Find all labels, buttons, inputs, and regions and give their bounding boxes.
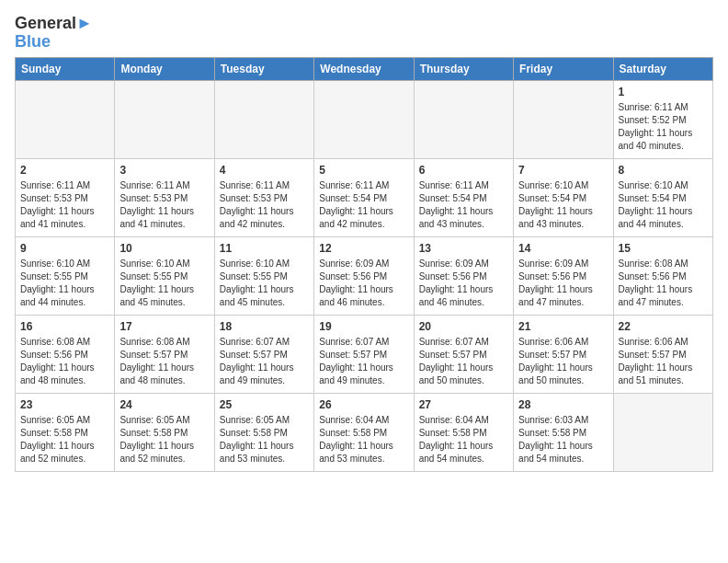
calendar-cell: 3Sunrise: 6:11 AM Sunset: 5:53 PM Daylig… bbox=[115, 158, 214, 236]
calendar-header-row: SundayMondayTuesdayWednesdayThursdayFrid… bbox=[16, 57, 713, 80]
day-info: Sunrise: 6:10 AM Sunset: 5:55 PM Dayligh… bbox=[20, 258, 109, 309]
day-info: Sunrise: 6:03 AM Sunset: 5:58 PM Dayligh… bbox=[518, 414, 608, 465]
day-number: 19 bbox=[319, 319, 408, 334]
day-number: 23 bbox=[20, 397, 109, 412]
calendar-cell: 7Sunrise: 6:10 AM Sunset: 5:54 PM Daylig… bbox=[514, 158, 613, 236]
day-number: 4 bbox=[220, 163, 309, 178]
day-info: Sunrise: 6:11 AM Sunset: 5:53 PM Dayligh… bbox=[220, 179, 309, 231]
day-number: 7 bbox=[518, 163, 608, 178]
day-number: 27 bbox=[419, 397, 508, 412]
calendar-cell: 12Sunrise: 6:09 AM Sunset: 5:56 PM Dayli… bbox=[314, 236, 414, 315]
weekday-header-thursday: Thursday bbox=[414, 57, 513, 80]
day-info: Sunrise: 6:05 AM Sunset: 5:58 PM Dayligh… bbox=[20, 414, 109, 465]
calendar-cell bbox=[314, 80, 414, 158]
weekday-header-tuesday: Tuesday bbox=[214, 57, 313, 80]
day-number: 9 bbox=[20, 241, 109, 256]
day-number: 13 bbox=[419, 241, 508, 256]
day-info: Sunrise: 6:10 AM Sunset: 5:54 PM Dayligh… bbox=[619, 179, 708, 231]
day-info: Sunrise: 6:07 AM Sunset: 5:57 PM Dayligh… bbox=[319, 336, 408, 387]
calendar-cell: 17Sunrise: 6:08 AM Sunset: 5:57 PM Dayli… bbox=[115, 315, 214, 393]
day-number: 5 bbox=[319, 163, 408, 178]
day-info: Sunrise: 6:07 AM Sunset: 5:57 PM Dayligh… bbox=[220, 336, 309, 387]
calendar-cell bbox=[16, 80, 115, 158]
calendar-cell: 6Sunrise: 6:11 AM Sunset: 5:54 PM Daylig… bbox=[414, 158, 513, 236]
calendar-body: 1Sunrise: 6:11 AM Sunset: 5:52 PM Daylig… bbox=[16, 80, 713, 471]
calendar-cell: 18Sunrise: 6:07 AM Sunset: 5:57 PM Dayli… bbox=[214, 315, 313, 393]
day-number: 24 bbox=[119, 397, 209, 412]
day-number: 20 bbox=[419, 319, 508, 334]
weekday-header-friday: Friday bbox=[514, 57, 613, 80]
day-number: 12 bbox=[319, 241, 408, 256]
weekday-header-sunday: Sunday bbox=[16, 57, 115, 80]
day-number: 8 bbox=[619, 163, 708, 178]
calendar-cell: 19Sunrise: 6:07 AM Sunset: 5:57 PM Dayli… bbox=[314, 315, 414, 393]
day-info: Sunrise: 6:11 AM Sunset: 5:53 PM Dayligh… bbox=[20, 179, 109, 231]
calendar-week-3: 16Sunrise: 6:08 AM Sunset: 5:56 PM Dayli… bbox=[16, 315, 713, 393]
day-info: Sunrise: 6:10 AM Sunset: 5:54 PM Dayligh… bbox=[518, 179, 608, 231]
day-info: Sunrise: 6:04 AM Sunset: 5:58 PM Dayligh… bbox=[319, 414, 408, 465]
calendar-cell: 22Sunrise: 6:06 AM Sunset: 5:57 PM Dayli… bbox=[613, 315, 712, 393]
calendar-cell: 13Sunrise: 6:09 AM Sunset: 5:56 PM Dayli… bbox=[414, 236, 513, 315]
calendar-cell: 8Sunrise: 6:10 AM Sunset: 5:54 PM Daylig… bbox=[613, 158, 712, 236]
calendar-cell: 15Sunrise: 6:08 AM Sunset: 5:56 PM Dayli… bbox=[613, 236, 712, 315]
calendar-week-0: 1Sunrise: 6:11 AM Sunset: 5:52 PM Daylig… bbox=[16, 80, 713, 158]
day-info: Sunrise: 6:11 AM Sunset: 5:53 PM Dayligh… bbox=[119, 179, 209, 231]
header: General►Blue bbox=[15, 15, 713, 52]
day-info: Sunrise: 6:11 AM Sunset: 5:54 PM Dayligh… bbox=[319, 179, 408, 231]
day-info: Sunrise: 6:08 AM Sunset: 5:56 PM Dayligh… bbox=[619, 258, 708, 309]
weekday-header-wednesday: Wednesday bbox=[314, 57, 414, 80]
logo-text: General►Blue bbox=[15, 15, 93, 52]
day-info: Sunrise: 6:10 AM Sunset: 5:55 PM Dayligh… bbox=[119, 258, 209, 309]
calendar-week-1: 2Sunrise: 6:11 AM Sunset: 5:53 PM Daylig… bbox=[16, 158, 713, 236]
calendar-cell: 4Sunrise: 6:11 AM Sunset: 5:53 PM Daylig… bbox=[214, 158, 313, 236]
calendar-cell bbox=[115, 80, 214, 158]
calendar-cell: 28Sunrise: 6:03 AM Sunset: 5:58 PM Dayli… bbox=[514, 393, 613, 471]
calendar-cell bbox=[214, 80, 313, 158]
calendar-cell: 10Sunrise: 6:10 AM Sunset: 5:55 PM Dayli… bbox=[115, 236, 214, 315]
day-number: 22 bbox=[619, 319, 708, 334]
calendar-week-4: 23Sunrise: 6:05 AM Sunset: 5:58 PM Dayli… bbox=[16, 393, 713, 471]
day-info: Sunrise: 6:11 AM Sunset: 5:52 PM Dayligh… bbox=[619, 101, 708, 153]
day-number: 18 bbox=[220, 319, 309, 334]
day-info: Sunrise: 6:10 AM Sunset: 5:55 PM Dayligh… bbox=[220, 258, 309, 309]
calendar-cell: 26Sunrise: 6:04 AM Sunset: 5:58 PM Dayli… bbox=[314, 393, 414, 471]
day-info: Sunrise: 6:05 AM Sunset: 5:58 PM Dayligh… bbox=[119, 414, 209, 465]
calendar-week-2: 9Sunrise: 6:10 AM Sunset: 5:55 PM Daylig… bbox=[16, 236, 713, 315]
day-info: Sunrise: 6:05 AM Sunset: 5:58 PM Dayligh… bbox=[220, 414, 309, 465]
day-info: Sunrise: 6:06 AM Sunset: 5:57 PM Dayligh… bbox=[518, 336, 608, 387]
calendar-cell: 9Sunrise: 6:10 AM Sunset: 5:55 PM Daylig… bbox=[16, 236, 115, 315]
weekday-header-saturday: Saturday bbox=[613, 57, 712, 80]
day-info: Sunrise: 6:09 AM Sunset: 5:56 PM Dayligh… bbox=[518, 258, 608, 309]
day-info: Sunrise: 6:04 AM Sunset: 5:58 PM Dayligh… bbox=[419, 414, 508, 465]
day-info: Sunrise: 6:08 AM Sunset: 5:56 PM Dayligh… bbox=[20, 336, 109, 387]
day-number: 15 bbox=[619, 241, 708, 256]
day-info: Sunrise: 6:06 AM Sunset: 5:57 PM Dayligh… bbox=[619, 336, 708, 387]
calendar-cell: 20Sunrise: 6:07 AM Sunset: 5:57 PM Dayli… bbox=[414, 315, 513, 393]
calendar-cell: 25Sunrise: 6:05 AM Sunset: 5:58 PM Dayli… bbox=[214, 393, 313, 471]
day-info: Sunrise: 6:09 AM Sunset: 5:56 PM Dayligh… bbox=[319, 258, 408, 309]
day-number: 14 bbox=[518, 241, 608, 256]
day-number: 10 bbox=[119, 241, 209, 256]
calendar-cell: 27Sunrise: 6:04 AM Sunset: 5:58 PM Dayli… bbox=[414, 393, 513, 471]
day-number: 6 bbox=[419, 163, 508, 178]
logo: General►Blue bbox=[15, 15, 93, 52]
day-number: 1 bbox=[619, 85, 708, 99]
day-number: 2 bbox=[20, 163, 109, 178]
day-number: 11 bbox=[220, 241, 309, 256]
calendar-cell: 21Sunrise: 6:06 AM Sunset: 5:57 PM Dayli… bbox=[514, 315, 613, 393]
calendar-cell: 5Sunrise: 6:11 AM Sunset: 5:54 PM Daylig… bbox=[314, 158, 414, 236]
calendar-cell: 11Sunrise: 6:10 AM Sunset: 5:55 PM Dayli… bbox=[214, 236, 313, 315]
day-number: 3 bbox=[119, 163, 209, 178]
calendar-cell bbox=[514, 80, 613, 158]
day-info: Sunrise: 6:09 AM Sunset: 5:56 PM Dayligh… bbox=[419, 258, 508, 309]
calendar: SundayMondayTuesdayWednesdayThursdayFrid… bbox=[15, 57, 713, 472]
day-info: Sunrise: 6:07 AM Sunset: 5:57 PM Dayligh… bbox=[419, 336, 508, 387]
day-number: 16 bbox=[20, 319, 109, 334]
calendar-cell: 2Sunrise: 6:11 AM Sunset: 5:53 PM Daylig… bbox=[16, 158, 115, 236]
calendar-cell bbox=[414, 80, 513, 158]
weekday-header-monday: Monday bbox=[115, 57, 214, 80]
day-number: 26 bbox=[319, 397, 408, 412]
day-number: 28 bbox=[518, 397, 608, 412]
calendar-cell: 1Sunrise: 6:11 AM Sunset: 5:52 PM Daylig… bbox=[613, 80, 712, 158]
calendar-cell: 23Sunrise: 6:05 AM Sunset: 5:58 PM Dayli… bbox=[16, 393, 115, 471]
